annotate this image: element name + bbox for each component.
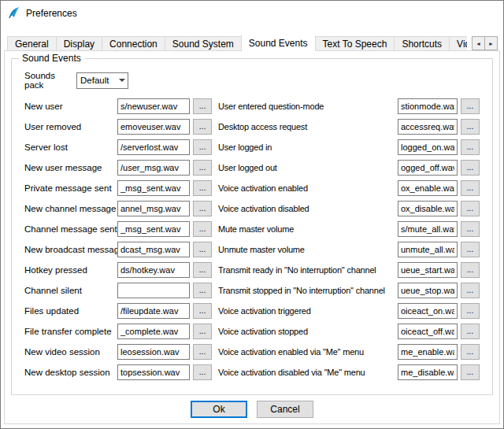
sound-file-input[interactable] xyxy=(117,364,190,380)
browse-button[interactable]: ... xyxy=(193,201,212,216)
sound-event-label: User logged out xyxy=(218,163,398,172)
sound-file-input[interactable] xyxy=(117,242,190,257)
sound-event-row: Hotkey pressed... xyxy=(24,260,218,280)
sound-event-row: Voice activation enabled via "Me" menu..… xyxy=(218,342,492,362)
sound-event-label: Unmute master volume xyxy=(218,245,398,254)
sound-event-row: New user... xyxy=(24,96,218,116)
tab-sound-events[interactable]: Sound Events xyxy=(241,35,316,51)
sound-file-input[interactable] xyxy=(117,344,190,360)
browse-button[interactable]: ... xyxy=(193,262,212,278)
sound-rows-left: New user...User removed...Server lost...… xyxy=(24,96,218,383)
browse-button[interactable]: ... xyxy=(461,221,480,237)
browse-button[interactable]: ... xyxy=(193,98,212,114)
browse-button[interactable]: ... xyxy=(461,119,480,135)
browse-button[interactable]: ... xyxy=(193,344,212,360)
sound-event-label: Desktop access request xyxy=(218,122,398,131)
browse-button[interactable]: ... xyxy=(193,283,212,298)
sound-file-input[interactable] xyxy=(398,283,458,298)
sound-event-row: Transmit ready in "No interruption" chan… xyxy=(218,260,492,280)
sound-file-input[interactable] xyxy=(117,139,190,155)
browse-button[interactable]: ... xyxy=(461,201,480,216)
browse-button[interactable]: ... xyxy=(193,119,212,135)
sound-event-label: Voice activation enabled xyxy=(218,183,398,193)
sound-event-label: User entered question-mode xyxy=(218,102,398,111)
sound-file-input[interactable] xyxy=(398,344,458,360)
browse-button[interactable]: ... xyxy=(193,180,212,196)
sound-file-input[interactable] xyxy=(398,324,458,339)
browse-button[interactable]: ... xyxy=(461,303,480,319)
sound-file-input[interactable] xyxy=(398,242,458,257)
window-title: Preferences xyxy=(26,8,77,19)
sound-file-input[interactable] xyxy=(398,139,458,155)
browse-button[interactable]: ... xyxy=(193,139,212,155)
tab-connection[interactable]: Connection xyxy=(102,36,165,51)
browse-button[interactable]: ... xyxy=(461,98,480,114)
tab-general[interactable]: General xyxy=(7,36,57,51)
sound-file-input[interactable] xyxy=(398,98,458,114)
tab-sound-system[interactable]: Sound System xyxy=(165,36,242,51)
browse-button[interactable]: ... xyxy=(461,324,480,339)
sound-event-label: New channel message xyxy=(24,204,117,213)
ok-button[interactable]: Ok xyxy=(191,401,247,418)
tab-shortcuts[interactable]: Shortcuts xyxy=(394,36,450,51)
groupbox-title: Sound Events xyxy=(19,53,84,64)
browse-button[interactable]: ... xyxy=(461,364,480,380)
sound-event-label: User removed xyxy=(24,122,117,131)
sound-event-label: Voice activation disabled xyxy=(218,204,398,213)
sound-file-input[interactable] xyxy=(117,119,190,135)
sound-file-input[interactable] xyxy=(398,160,458,176)
sound-file-input[interactable] xyxy=(398,364,458,380)
cancel-button[interactable]: Cancel xyxy=(257,401,313,418)
sound-event-label: User logged in xyxy=(218,142,398,152)
sound-event-row: Transmit stopped in "No interruption" ch… xyxy=(218,280,492,301)
sound-file-input[interactable] xyxy=(398,262,458,278)
browse-button[interactable]: ... xyxy=(461,139,480,155)
sound-event-row: New desktop session... xyxy=(24,362,218,383)
sound-event-row: User logged in... xyxy=(218,137,492,157)
browse-button[interactable]: ... xyxy=(193,242,212,257)
browse-button[interactable]: ... xyxy=(193,160,212,176)
sound-file-input[interactable] xyxy=(117,262,190,278)
sound-file-input[interactable] xyxy=(398,221,458,237)
sound-file-input[interactable] xyxy=(398,303,458,319)
browse-button[interactable]: ... xyxy=(461,262,480,278)
browse-button[interactable]: ... xyxy=(461,180,480,196)
tab-scroll-left-button[interactable]: ◄ xyxy=(472,36,485,50)
app-icon xyxy=(7,6,20,20)
sound-file-input[interactable] xyxy=(117,283,190,298)
sound-file-input[interactable] xyxy=(117,221,190,237)
sound-event-row: User entered question-mode... xyxy=(218,96,492,116)
tab-video[interactable]: Video xyxy=(449,36,467,51)
sound-file-input[interactable] xyxy=(117,160,190,176)
browse-button[interactable]: ... xyxy=(461,283,480,298)
sound-event-label: File transfer complete xyxy=(24,327,117,336)
sound-file-input[interactable] xyxy=(117,98,190,114)
sound-file-input[interactable] xyxy=(117,180,190,196)
sound-event-label: New user xyxy=(24,102,117,111)
sound-event-row: Files updated... xyxy=(24,301,218,321)
sound-event-row: New channel message... xyxy=(24,198,218,219)
browse-button[interactable]: ... xyxy=(193,324,212,339)
browse-button[interactable]: ... xyxy=(193,303,212,319)
sound-event-row: Voice activation disabled via "Me" menu.… xyxy=(218,362,492,383)
tab-display[interactable]: Display xyxy=(56,36,102,51)
sound-event-row: Voice activation enabled... xyxy=(218,178,492,198)
sounds-pack-select[interactable]: Default xyxy=(76,72,128,89)
sound-file-input[interactable] xyxy=(398,201,458,216)
browse-button[interactable]: ... xyxy=(461,242,480,257)
tab-scroll-right-button[interactable]: ► xyxy=(484,36,498,50)
browse-button[interactable]: ... xyxy=(193,364,212,380)
chevron-down-icon xyxy=(116,76,128,85)
sound-event-row: Channel silent... xyxy=(24,280,218,301)
sound-event-label: Channel message sent xyxy=(24,224,117,234)
sound-file-input[interactable] xyxy=(117,324,190,339)
browse-button[interactable]: ... xyxy=(193,221,212,237)
title-bar[interactable]: Preferences xyxy=(1,1,503,25)
browse-button[interactable]: ... xyxy=(461,344,480,360)
sound-file-input[interactable] xyxy=(117,201,190,216)
sound-file-input[interactable] xyxy=(398,119,458,135)
sound-file-input[interactable] xyxy=(117,303,190,319)
tab-text-to-speech[interactable]: Text To Speech xyxy=(315,36,395,51)
browse-button[interactable]: ... xyxy=(461,160,480,176)
sound-file-input[interactable] xyxy=(398,180,458,196)
